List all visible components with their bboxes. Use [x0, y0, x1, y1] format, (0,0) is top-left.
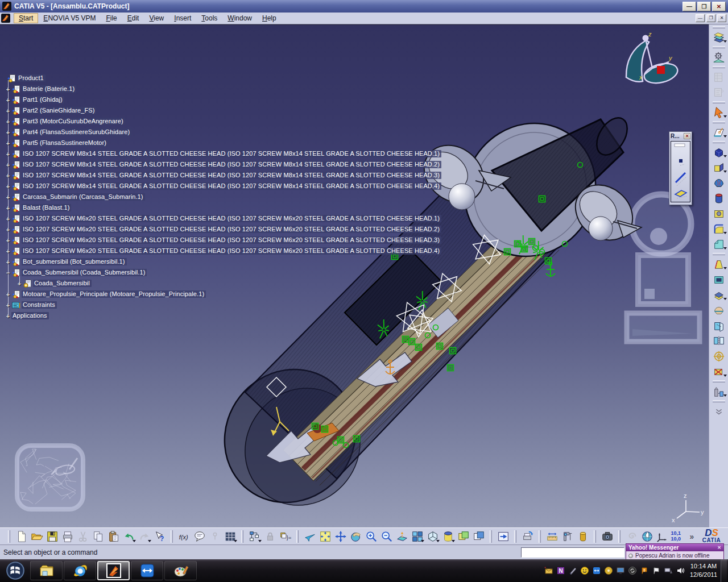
toolbar-handle[interactable]: [713, 141, 725, 143]
draft-angle-button[interactable]: [711, 256, 727, 272]
tree-expander-icon[interactable]: +: [5, 215, 11, 222]
menu-enovia-v5-vpm[interactable]: ENOVIA V5 VPM: [38, 13, 101, 23]
tree-item-iso[interactable]: +ISO 1207 SCREW M6x20 STEEL GRADE A SLOT…: [5, 246, 441, 256]
tree-item-part4[interactable]: +Part4 (FlansaSustinereSurubGhidare): [5, 127, 131, 138]
mirror-button[interactable]: [711, 333, 727, 348]
fit-all-button[interactable]: [317, 529, 333, 544]
tree-item-coada-submersibil[interactable]: +Coada_Submersibil: [16, 278, 92, 289]
sketcher-button[interactable]: [711, 124, 727, 140]
pan-button[interactable]: [333, 529, 348, 544]
sew-surface-button[interactable]: [711, 318, 727, 333]
tree-expander-icon[interactable]: +: [5, 259, 11, 265]
tree-item-bot-submersibil[interactable]: +Bot_submersibil (Bot_submersibil.1): [5, 256, 127, 267]
plane-icon[interactable]: [675, 190, 687, 198]
tree-expander-icon[interactable]: +: [5, 140, 11, 147]
snap-grid-button[interactable]: 10,110,0: [670, 529, 685, 544]
tree-item-baterie[interactable]: +Baterie (Baterie.1): [5, 84, 76, 94]
tree-item-coada-submersibil[interactable]: −Coada_Submersibil (Coada_Submersibil.1): [5, 267, 147, 278]
render-style-button[interactable]: [440, 529, 456, 544]
open-button[interactable]: [29, 529, 44, 544]
tree-expander-icon[interactable]: +: [5, 86, 11, 93]
fly-mode-button[interactable]: [302, 529, 317, 544]
tree-expander-icon[interactable]: +: [5, 226, 11, 233]
tray-media-disc-icon[interactable]: [604, 566, 614, 576]
catalog-browser-button[interactable]: [711, 69, 727, 85]
tree-expander-icon[interactable]: +: [5, 118, 11, 125]
menu-tools[interactable]: Tools: [196, 13, 222, 23]
maximize-button[interactable]: ❐: [697, 2, 711, 11]
window-exchange-button[interactable]: [495, 529, 511, 544]
multi-view-button[interactable]: [410, 529, 425, 544]
axis-system-button[interactable]: [655, 529, 670, 544]
tray-volume-icon[interactable]: [676, 566, 685, 576]
menu-start[interactable]: Start: [14, 13, 38, 23]
tree-item-iso[interactable]: +ISO 1207 SCREW M8x14 STEEL GRADE A SLOT…: [5, 148, 441, 159]
tree-expander-icon[interactable]: +: [5, 237, 11, 244]
circular-pattern-button[interactable]: [711, 348, 727, 364]
pad-button[interactable]: [711, 144, 727, 160]
toolbar-handle[interactable]: [713, 66, 725, 68]
groove-button[interactable]: [711, 190, 727, 206]
tree-item-part3[interactable]: +Part3 (MotorCuSurubDeAngrenare): [5, 116, 125, 127]
shaft-button[interactable]: [711, 175, 727, 190]
taskbar-clock[interactable]: 10:14 AM 12/6/2011: [690, 562, 717, 579]
print-button[interactable]: [60, 529, 75, 544]
undo-button[interactable]: [121, 529, 136, 544]
catalog-filter-button[interactable]: [711, 85, 727, 100]
menu-insert[interactable]: Insert: [169, 13, 196, 23]
menu-file[interactable]: File: [101, 13, 122, 23]
tree-expander-icon[interactable]: +: [5, 172, 11, 179]
taskbar-app-explorer[interactable]: [30, 561, 63, 580]
floating-toolbar-close-icon[interactable]: ✕: [684, 133, 690, 139]
thickness-button[interactable]: [711, 287, 727, 302]
toolbar-handle[interactable]: [296, 530, 299, 543]
publications-button[interactable]: }=: [278, 529, 293, 544]
multi-sections-surface-button[interactable]: [711, 30, 727, 45]
tree-expander-icon[interactable]: +: [5, 291, 11, 298]
iso-view-button[interactable]: [425, 529, 440, 544]
tree-expander-icon[interactable]: +: [5, 205, 11, 211]
tree-item-iso[interactable]: +ISO 1207 SCREW M6x20 STEEL GRADE A SLOT…: [5, 235, 441, 246]
tree-expander-icon[interactable]: +: [16, 280, 23, 287]
toolbar-handle[interactable]: [514, 530, 516, 543]
menu-window[interactable]: Window: [222, 13, 257, 23]
swap-visible-button[interactable]: [471, 529, 486, 544]
toolbar-handle[interactable]: [539, 530, 541, 543]
tree-expander-icon[interactable]: +: [5, 97, 11, 103]
fillet-button[interactable]: [711, 221, 727, 236]
toolbar-handle[interactable]: [618, 530, 621, 543]
save-button[interactable]: [44, 529, 60, 544]
menu-view[interactable]: View: [144, 13, 169, 23]
menu-help[interactable]: Help: [257, 13, 282, 23]
tray-new-mail-icon[interactable]: *: [544, 566, 554, 576]
toolbar-handle[interactable]: [713, 121, 725, 123]
start-button[interactable]: [1, 560, 30, 581]
grip-handle[interactable]: [675, 144, 685, 147]
tray-alert-flag-icon[interactable]: !: [640, 566, 650, 576]
globe-select-button[interactable]: [639, 529, 655, 544]
toolbar-handle[interactable]: [8, 530, 10, 543]
line-icon[interactable]: [676, 173, 686, 186]
tree-item-constraints[interactable]: +Constraints: [5, 300, 57, 310]
tray-sync-icon[interactable]: [628, 566, 638, 576]
tray-onenote-icon[interactable]: N: [556, 566, 566, 576]
tree-expander-icon[interactable]: +: [5, 183, 11, 190]
show-desktop-button[interactable]: [721, 559, 727, 582]
mdi-restore-button[interactable]: ❐: [706, 14, 715, 22]
comment-button[interactable]: [192, 529, 207, 544]
toolbar-handle[interactable]: [241, 530, 243, 543]
rectangular-pattern-button[interactable]: [711, 364, 727, 379]
tree-item-carcasa-submarin[interactable]: +Carcasa_Submarin (Carcasa_Submarin.1): [5, 192, 145, 202]
batch-print-button[interactable]: [520, 529, 535, 544]
tree-expander-icon[interactable]: +: [5, 194, 11, 201]
mdi-close-button[interactable]: ✕: [717, 14, 726, 22]
viewport[interactable]: z y x z y x Product1+Baterie (Baterie.1)…: [0, 24, 709, 527]
tree-expander-icon[interactable]: +: [5, 161, 11, 168]
close-surface-button[interactable]: [711, 302, 727, 318]
tree-item-applications[interactable]: +Applications: [5, 310, 49, 321]
command-input[interactable]: [521, 547, 624, 558]
tree-expander-icon[interactable]: −: [5, 269, 11, 276]
rotate-button[interactable]: [348, 529, 363, 544]
close-button[interactable]: ✕: [712, 2, 726, 11]
taskbar-app-internet-explorer[interactable]: [64, 561, 96, 580]
